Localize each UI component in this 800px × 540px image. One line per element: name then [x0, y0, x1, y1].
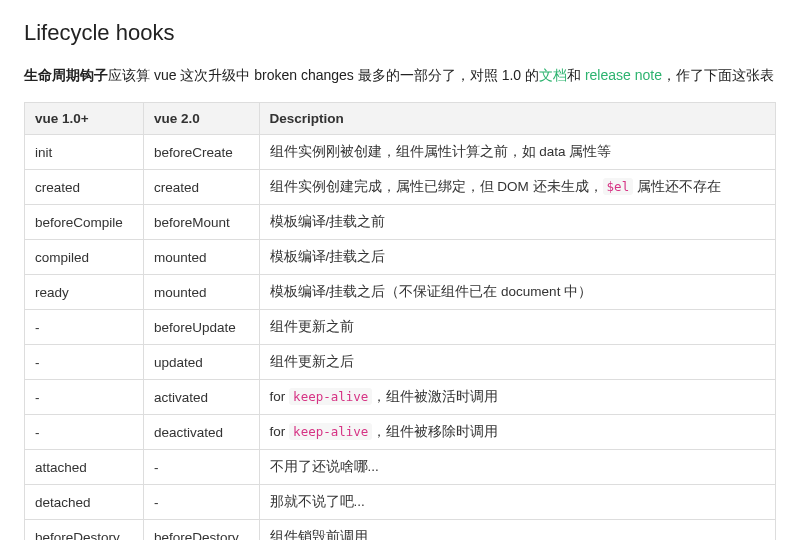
cell-desc: 那就不说了吧...: [259, 485, 775, 520]
table-row: -deactivatedfor keep-alive，组件被移除时调用: [25, 415, 776, 450]
cell-v2: updated: [143, 345, 259, 380]
cell-v2: mounted: [143, 275, 259, 310]
intro-paragraph: 生命周期钩子应该算 vue 这次升级中 broken changes 最多的一部…: [24, 64, 776, 86]
intro-bold: 生命周期钩子: [24, 67, 108, 83]
table-row: beforeDestorybeforeDestory组件销毁前调用: [25, 520, 776, 540]
table-row: -activatedfor keep-alive，组件被激活时调用: [25, 380, 776, 415]
lifecycle-hooks-table: vue 1.0+ vue 2.0 Description initbeforeC…: [24, 102, 776, 540]
col-header-v2: vue 2.0: [143, 103, 259, 135]
cell-v1: detached: [25, 485, 144, 520]
cell-v1: compiled: [25, 240, 144, 275]
cell-desc: for keep-alive，组件被激活时调用: [259, 380, 775, 415]
cell-v2: activated: [143, 380, 259, 415]
intro-text-a: 应该算 vue 这次升级中 broken changes 最多的一部分了，对照 …: [108, 67, 539, 83]
cell-v2: created: [143, 170, 259, 205]
cell-desc: 模板编译/挂载之后（不保证组件已在 document 中）: [259, 275, 775, 310]
cell-desc: 组件更新之后: [259, 345, 775, 380]
table-row: createdcreated组件实例创建完成，属性已绑定，但 DOM 还未生成，…: [25, 170, 776, 205]
inline-code: $el: [603, 178, 634, 195]
cell-v1: -: [25, 380, 144, 415]
col-header-desc: Description: [259, 103, 775, 135]
cell-v1: created: [25, 170, 144, 205]
cell-desc: 组件销毁前调用: [259, 520, 775, 540]
table-row: compiledmounted模板编译/挂载之后: [25, 240, 776, 275]
release-note-link[interactable]: release note: [585, 67, 662, 83]
intro-text-b: 和: [567, 67, 585, 83]
cell-desc: 组件更新之前: [259, 310, 775, 345]
table-row: -updated组件更新之后: [25, 345, 776, 380]
cell-v2: mounted: [143, 240, 259, 275]
cell-v2: beforeCreate: [143, 135, 259, 170]
cell-v1: attached: [25, 450, 144, 485]
cell-desc: 组件实例刚被创建，组件属性计算之前，如 data 属性等: [259, 135, 775, 170]
cell-v1: beforeCompile: [25, 205, 144, 240]
cell-v2: -: [143, 450, 259, 485]
cell-v2: -: [143, 485, 259, 520]
table-row: detached-那就不说了吧...: [25, 485, 776, 520]
table-row: attached-不用了还说啥哪...: [25, 450, 776, 485]
cell-v2: beforeMount: [143, 205, 259, 240]
inline-code: keep-alive: [289, 423, 372, 440]
table-row: readymounted模板编译/挂载之后（不保证组件已在 document 中…: [25, 275, 776, 310]
table-header-row: vue 1.0+ vue 2.0 Description: [25, 103, 776, 135]
cell-v2: beforeUpdate: [143, 310, 259, 345]
docs-link[interactable]: 文档: [539, 67, 567, 83]
cell-desc: 模板编译/挂载之后: [259, 240, 775, 275]
inline-code: keep-alive: [289, 388, 372, 405]
cell-v1: beforeDestory: [25, 520, 144, 540]
page-title: Lifecycle hooks: [24, 20, 776, 46]
intro-text-c: ，作了下面这张表: [662, 67, 774, 83]
cell-v1: ready: [25, 275, 144, 310]
cell-v1: -: [25, 415, 144, 450]
cell-desc: 组件实例创建完成，属性已绑定，但 DOM 还未生成，$el 属性还不存在: [259, 170, 775, 205]
col-header-v1: vue 1.0+: [25, 103, 144, 135]
cell-v1: init: [25, 135, 144, 170]
cell-v2: deactivated: [143, 415, 259, 450]
cell-desc: 不用了还说啥哪...: [259, 450, 775, 485]
cell-desc: 模板编译/挂载之前: [259, 205, 775, 240]
cell-v2: beforeDestory: [143, 520, 259, 540]
table-row: initbeforeCreate组件实例刚被创建，组件属性计算之前，如 data…: [25, 135, 776, 170]
table-row: -beforeUpdate组件更新之前: [25, 310, 776, 345]
cell-v1: -: [25, 345, 144, 380]
table-row: beforeCompilebeforeMount模板编译/挂载之前: [25, 205, 776, 240]
cell-v1: -: [25, 310, 144, 345]
cell-desc: for keep-alive，组件被移除时调用: [259, 415, 775, 450]
